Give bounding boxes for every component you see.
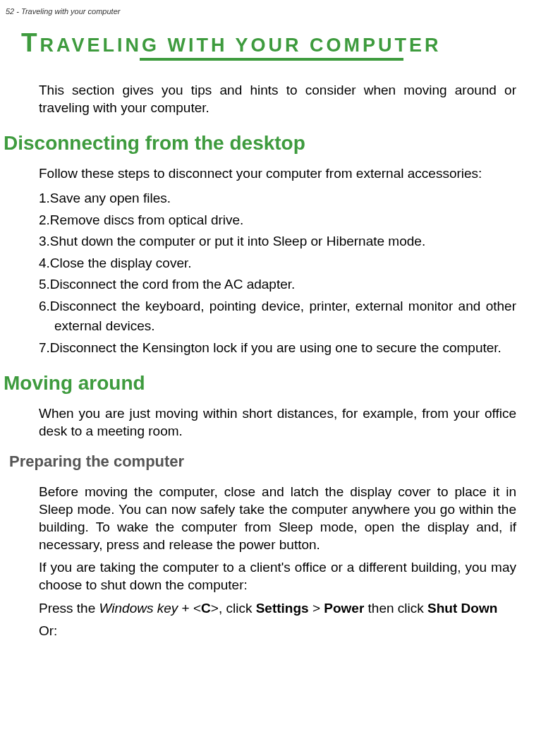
list-item: 2.Remove discs from optical drive. bbox=[39, 210, 516, 231]
page-header: 52 - Traveling with your computer bbox=[0, 7, 541, 16]
list-item: 4.Close the display cover. bbox=[39, 253, 516, 274]
section2-intro: When you are just moving within short di… bbox=[39, 405, 516, 440]
text-fragment: > bbox=[309, 601, 324, 616]
section-heading-disconnecting: Disconnecting from the desktop bbox=[1, 132, 516, 155]
step-number: 3. bbox=[39, 234, 50, 248]
text-fragment: + < bbox=[178, 601, 201, 616]
list-item: 3.Shut down the computer or put it into … bbox=[39, 232, 516, 252]
text-fragment: then click bbox=[364, 601, 427, 616]
disconnect-steps-list: 1.Save any open files. 2.Remove discs fr… bbox=[39, 188, 516, 358]
step-number: 7. bbox=[39, 340, 50, 355]
title-divider bbox=[140, 58, 403, 61]
title-rest: RAVELING WITH YOUR COMPUTER bbox=[40, 35, 442, 56]
power-label: Power bbox=[324, 601, 364, 616]
step-text: Disconnect the Kensington lock if you ar… bbox=[50, 340, 502, 355]
list-item: 1.Save any open files. bbox=[39, 188, 516, 209]
key-c: C bbox=[201, 601, 211, 616]
windows-key-text: Windows key bbox=[99, 601, 178, 616]
subsection-heading-preparing: Preparing the computer bbox=[6, 452, 516, 471]
preparing-para1: Before moving the computer, close and la… bbox=[39, 484, 516, 553]
step-number: 1. bbox=[39, 191, 50, 205]
preparing-para4: Or: bbox=[39, 623, 516, 640]
preparing-para2: If you are taking the computer to a clie… bbox=[39, 559, 516, 594]
list-item: 6.Disconnect the keyboard, pointing devi… bbox=[39, 296, 516, 337]
step-text: Save any open files. bbox=[50, 191, 171, 205]
page-title: TRAVELING WITH YOUR COMPUTER bbox=[0, 28, 541, 58]
content-area: This section gives you tips and hints to… bbox=[0, 82, 541, 640]
section1-intro: Follow these steps to disconnect your co… bbox=[39, 165, 516, 183]
shutdown-label: Shut Down bbox=[427, 601, 497, 616]
step-number: 6. bbox=[39, 299, 50, 313]
settings-label: Settings bbox=[256, 601, 309, 616]
step-text: Remove discs from optical drive. bbox=[50, 212, 244, 227]
step-text: Shut down the computer or put it into Sl… bbox=[50, 234, 425, 248]
step-text: Disconnect the keyboard, pointing device… bbox=[50, 299, 516, 334]
text-fragment: >, click bbox=[211, 601, 256, 616]
step-text: Close the display cover. bbox=[50, 256, 192, 270]
text-fragment: Press the bbox=[39, 601, 99, 616]
list-item: 7.Disconnect the Kensington lock if you … bbox=[39, 338, 516, 359]
step-number: 4. bbox=[39, 256, 50, 270]
step-text: Disconnect the cord from the AC adapter. bbox=[50, 277, 295, 292]
intro-paragraph: This section gives you tips and hints to… bbox=[39, 82, 516, 116]
list-item: 5.Disconnect the cord from the AC adapte… bbox=[39, 275, 516, 295]
step-number: 2. bbox=[39, 212, 50, 227]
title-first-letter: T bbox=[21, 28, 40, 57]
step-number: 5. bbox=[39, 277, 50, 292]
preparing-para3: Press the Windows key + <C>, click Setti… bbox=[39, 600, 516, 618]
section-heading-moving: Moving around bbox=[1, 372, 516, 395]
